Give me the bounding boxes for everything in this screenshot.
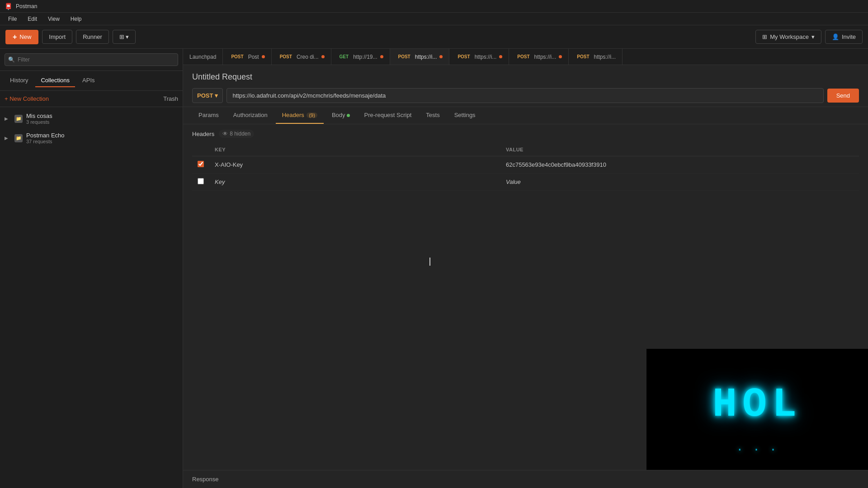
unsaved-dot: [499, 55, 502, 58]
new-button[interactable]: + New: [5, 30, 38, 44]
display-overlay: HOL · · ·: [646, 349, 868, 470]
method-badge: POST: [396, 54, 412, 60]
menu-help[interactable]: Help: [66, 15, 86, 23]
chevron-down-icon: ▾: [215, 92, 218, 99]
sub-display: · · ·: [736, 444, 778, 456]
search-input[interactable]: [5, 53, 178, 66]
tabs-bar: Launchpad POST Post POST Creo di... GET …: [183, 49, 868, 65]
workspace-button[interactable]: ⊞ My Workspace ▾: [755, 30, 821, 44]
method-select[interactable]: POST ▾: [192, 88, 223, 103]
send-button[interactable]: Send: [827, 89, 859, 103]
method-badge: POST: [229, 54, 245, 60]
sidebar-tab-collections[interactable]: Collections: [35, 74, 75, 87]
collection-item[interactable]: ▶ 📁 Mis cosas 3 requests: [0, 109, 183, 128]
request-area: Untitled Request POST ▾ Send: [183, 65, 868, 107]
text-cursor: [429, 258, 430, 266]
sidebar: 🔍 History Collections APIs + New Collect…: [0, 49, 183, 488]
tab-authorization[interactable]: Authorization: [227, 107, 274, 124]
trash-button[interactable]: Trash: [163, 95, 178, 102]
url-input[interactable]: [226, 88, 823, 103]
unsaved-dot: [262, 55, 265, 58]
runner-button[interactable]: Runner: [76, 30, 109, 44]
toolbar: + New Import Runner ⊞ ▾ ⊞ My Workspace ▾…: [0, 25, 868, 49]
headers-table: KEY VALUE X-AIO-Key 62c75563e93e4c0ebcf9…: [192, 143, 859, 191]
tab-label: https://i...: [594, 54, 616, 60]
method-badge: GET: [338, 54, 351, 60]
header-value-placeholder[interactable]: Value: [500, 174, 859, 191]
tab-post[interactable]: POST Post: [223, 49, 271, 65]
tab-label: Creo di...: [297, 54, 319, 60]
tab-label: https://i...: [534, 54, 557, 60]
tab-settings[interactable]: Settings: [448, 107, 482, 124]
header-key-placeholder[interactable]: Key: [209, 174, 500, 191]
request-tabs: Params Authorization Headers (9) Body Pr…: [183, 107, 868, 124]
tab-post-4[interactable]: POST https://i...: [569, 49, 623, 65]
tab-creo[interactable]: POST Creo di...: [272, 49, 331, 65]
headers-section: Headers 👁 8 hidden KEY VALUE: [183, 124, 868, 470]
unsaved-dot: [439, 55, 443, 58]
tab-params[interactable]: Params: [192, 107, 225, 124]
content-area: Launchpad POST Post POST Creo di... GET …: [183, 49, 868, 488]
header-checkbox[interactable]: [198, 178, 204, 184]
menu-edit[interactable]: Edit: [23, 15, 42, 23]
sidebar-tab-apis[interactable]: APIs: [77, 74, 100, 87]
tab-get[interactable]: GET http://19...: [331, 49, 390, 65]
sidebar-tabs: History Collections APIs: [0, 71, 183, 91]
chevron-down-icon: ▾: [811, 33, 815, 40]
headers-label: Headers: [192, 131, 214, 137]
tab-post-2[interactable]: POST https://i...: [449, 49, 509, 65]
tab-label: http://19...: [353, 54, 377, 60]
search-bar: 🔍: [0, 49, 183, 71]
menu-view[interactable]: View: [43, 15, 64, 23]
tab-launchpad[interactable]: Launchpad: [183, 49, 223, 65]
collection-name: Postman Echo: [26, 132, 178, 139]
unsaved-dot: [380, 55, 383, 58]
header-key[interactable]: X-AIO-Key: [209, 156, 500, 174]
method-badge: POST: [278, 54, 294, 60]
unsaved-dot: [559, 55, 562, 58]
url-bar: POST ▾ Send: [192, 88, 859, 103]
table-row: Key Value: [192, 174, 859, 191]
plus-icon: +: [13, 33, 17, 41]
tab-tests[interactable]: Tests: [420, 107, 446, 124]
sidebar-actions: + New Collection Trash: [0, 91, 183, 107]
collection-name: Mis cosas: [26, 113, 178, 119]
layout-button[interactable]: ⊞ ▾: [113, 30, 136, 44]
grid-icon: ⊞: [762, 33, 767, 40]
response-label: Response: [192, 476, 219, 483]
unsaved-dot: [321, 55, 325, 58]
collection-icon: 📁: [14, 115, 23, 123]
header-value[interactable]: 62c75563e93e4c0ebcf9ba40933f3910: [500, 156, 859, 174]
headers-row: Headers 👁 8 hidden: [192, 130, 859, 138]
tab-post-3[interactable]: POST https://i...: [509, 49, 569, 65]
titlebar: 📮 Postman: [0, 0, 868, 13]
collection-icon: 📁: [14, 134, 23, 142]
tab-label: Post: [248, 54, 259, 60]
collection-count: 3 requests: [26, 119, 178, 125]
person-icon: 👤: [832, 33, 839, 40]
chevron-right-icon: ▶: [5, 116, 11, 121]
hidden-badge: 👁 8 hidden: [219, 130, 254, 138]
eye-icon: 👁: [222, 131, 228, 137]
new-collection-button[interactable]: + New Collection: [5, 94, 49, 104]
main-layout: 🔍 History Collections APIs + New Collect…: [0, 49, 868, 488]
collection-item[interactable]: ▶ 📁 Postman Echo 37 requests: [0, 128, 183, 148]
menu-file[interactable]: File: [4, 15, 21, 23]
header-checkbox[interactable]: [198, 161, 204, 167]
search-icon: 🔍: [8, 56, 15, 63]
menubar: File Edit View Help: [0, 13, 868, 25]
sidebar-tab-history[interactable]: History: [5, 74, 33, 87]
app-title: Postman: [16, 3, 37, 9]
tab-label: Launchpad: [189, 54, 216, 60]
chevron-right-icon: ▶: [5, 136, 11, 141]
tab-body[interactable]: Body: [326, 107, 356, 124]
tab-label: https://i...: [415, 54, 437, 60]
method-badge: POST: [515, 54, 531, 60]
import-button[interactable]: Import: [42, 30, 72, 44]
tab-pre-request[interactable]: Pre-request Script: [358, 107, 418, 124]
method-badge: POST: [575, 54, 591, 60]
invite-button[interactable]: 👤 Invite: [825, 30, 863, 44]
tab-post-adafruit[interactable]: POST https://i...: [390, 49, 450, 65]
method-badge: POST: [456, 54, 472, 60]
tab-headers[interactable]: Headers (9): [276, 107, 324, 124]
